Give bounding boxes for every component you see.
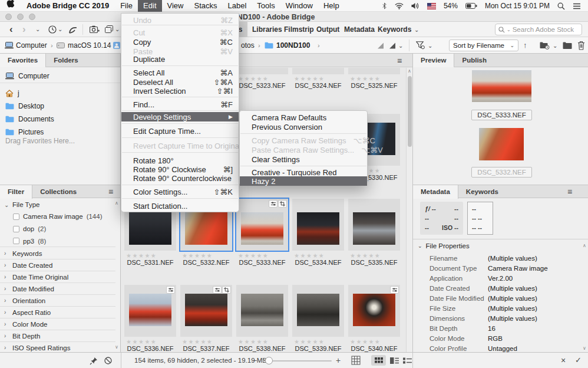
menu-item-color-settings[interactable]: Color Settings...⇧⌘K bbox=[121, 187, 239, 196]
zoom-in-button[interactable]: + bbox=[336, 356, 341, 365]
menu-item-start-dictation[interactable]: Start Dictation... bbox=[121, 201, 239, 211]
recent-chevron-icon[interactable]: ⌄ bbox=[553, 42, 557, 49]
filter-group-keywords[interactable]: ›Keywords bbox=[0, 248, 115, 259]
pin-icon[interactable] bbox=[90, 357, 98, 365]
filter-group-date-time-original[interactable]: ›Date Time Original bbox=[0, 271, 115, 283]
menubar-stacks[interactable]: Stacks bbox=[189, 0, 222, 12]
filter-funnel-icon[interactable] bbox=[416, 41, 425, 50]
preview-filename-button[interactable]: DSC_5333.NEF bbox=[471, 110, 532, 120]
input-source-flag-icon[interactable] bbox=[427, 3, 436, 9]
approve-mark-icon[interactable]: ✓ bbox=[575, 356, 582, 364]
star-rating[interactable]: ★★★★★ bbox=[292, 252, 344, 259]
star-rating[interactable]: ★★★★★ bbox=[236, 252, 288, 259]
menu-item-find[interactable]: Find...⌘F bbox=[121, 100, 239, 109]
menu-item-edit-capture-time[interactable]: Edit Capture Time... bbox=[121, 126, 239, 136]
slider-knob[interactable] bbox=[265, 357, 273, 364]
menu-item-previous-conversion[interactable]: Previous Conversion bbox=[240, 122, 367, 132]
thumbnail-cell[interactable]: ★★★★★ DSC_5338.NEF bbox=[236, 285, 288, 352]
thumbnail-cell[interactable]: ★★★★★ DSC_5334.NEF bbox=[292, 199, 344, 266]
workspace-tab-libraries[interactable]: Libraries bbox=[252, 22, 282, 37]
metadata-value[interactable]: Ver.2.00 bbox=[488, 275, 513, 285]
window-minimize-button[interactable] bbox=[17, 14, 24, 20]
volume-icon[interactable] bbox=[411, 2, 419, 9]
content-scrollbar[interactable]: ∧ bbox=[406, 68, 412, 352]
scrollbar-thumb[interactable] bbox=[408, 76, 412, 147]
battery-icon[interactable] bbox=[465, 3, 477, 9]
sort-dropdown[interactable]: Sort by Filename ⌄ bbox=[449, 40, 518, 51]
disclosure-collapsed-icon[interactable]: › bbox=[4, 344, 9, 351]
new-folder-icon[interactable] bbox=[563, 42, 572, 50]
tab-favorites[interactable]: Favorites bbox=[0, 54, 46, 67]
thumbnail-view-button[interactable] bbox=[371, 355, 386, 366]
notification-center-icon[interactable] bbox=[573, 3, 581, 9]
search-input[interactable] bbox=[513, 26, 577, 33]
menubar-tools[interactable]: Tools bbox=[252, 0, 280, 12]
spotlight-icon[interactable] bbox=[557, 2, 565, 10]
reject-icon[interactable] bbox=[104, 357, 112, 364]
workspace-chevron-icon[interactable]: ⌄ bbox=[414, 27, 419, 33]
workspace-tab-output[interactable]: Output bbox=[316, 22, 339, 37]
back-button[interactable]: ‹ bbox=[9, 22, 13, 37]
metadata-value[interactable]: (Multiple values) bbox=[488, 285, 537, 295]
crumb-sep-icon[interactable]: › bbox=[318, 42, 320, 49]
favorite-item-documents[interactable]: Documents bbox=[0, 113, 120, 126]
star-rating[interactable]: ★★★★★ bbox=[292, 339, 344, 345]
menu-item-camera-raw-defaults[interactable]: Camera Raw Defaults bbox=[240, 113, 367, 122]
metadata-scroll-up-icon[interactable]: ∧ bbox=[583, 244, 586, 248]
favorite-item-desktop[interactable]: Desktop bbox=[0, 100, 120, 113]
menubar-help[interactable]: Help bbox=[318, 0, 345, 12]
filter-group-bit-depth[interactable]: ›Bit Depth bbox=[0, 330, 115, 342]
tab-filter[interactable]: Filter bbox=[0, 185, 32, 199]
filter-group-orientation[interactable]: ›Orientation bbox=[0, 295, 115, 307]
scroll-up-icon[interactable]: ∧ bbox=[408, 69, 411, 74]
thumbnail-cell[interactable]: ★★★★★ DSC_5335.NEF bbox=[348, 199, 400, 266]
menu-item-duplicate[interactable]: Duplicate bbox=[121, 54, 239, 64]
star-rating[interactable]: ★★★★★ bbox=[348, 252, 400, 259]
thumbnail-cell[interactable]: ★★★★★ DSC_5337.NEF bbox=[180, 285, 232, 352]
bluetooth-icon[interactable] bbox=[382, 2, 387, 10]
menu-item-deselect-all[interactable]: Deselect All⇧⌘A bbox=[121, 77, 239, 87]
crumb-photos-partial[interactable]: otos bbox=[241, 41, 255, 50]
menubar-view[interactable]: View bbox=[162, 0, 189, 12]
details-view-icon[interactable] bbox=[390, 357, 399, 364]
menu-item-copy[interactable]: Copy⌘C bbox=[121, 37, 239, 47]
favorite-item-home[interactable]: j bbox=[0, 87, 120, 100]
metadata-value[interactable]: RGB bbox=[488, 335, 503, 345]
get-photos-camera-icon[interactable] bbox=[90, 25, 100, 34]
menubar-edit[interactable]: Edit bbox=[138, 0, 161, 12]
metadata-value[interactable]: (Multiple values) bbox=[488, 315, 537, 325]
workspace-tab-filmstrip[interactable]: Filmstrip bbox=[284, 22, 314, 37]
favorite-item-computer[interactable]: Computer bbox=[0, 69, 120, 83]
history-chevron-icon[interactable]: ⌄ bbox=[58, 26, 62, 32]
thumbnail-cell-selected[interactable]: ★★★★★ DSC_5333.NEF bbox=[236, 199, 288, 266]
window-titlebar[interactable]: 100ND100 - Adobe Bridge bbox=[0, 12, 588, 22]
quality-chevron-icon[interactable]: ⌄ bbox=[398, 42, 403, 49]
star-rating[interactable]: ★★★★★ bbox=[348, 339, 400, 345]
tab-collections[interactable]: Collections bbox=[32, 185, 84, 199]
thumbnail-cell[interactable]: ★★★★★ DSC_5339.NEF bbox=[292, 285, 344, 352]
filter-group-aspect-ratio[interactable]: ›Aspect Ratio bbox=[0, 307, 115, 318]
disclosure-collapsed-icon[interactable]: › bbox=[4, 274, 9, 280]
file-properties-header[interactable]: ⌄ File Properties bbox=[418, 242, 470, 249]
tab-preview[interactable]: Preview bbox=[413, 54, 454, 67]
metadata-value[interactable]: (Multiple values) bbox=[488, 295, 537, 305]
tab-publish[interactable]: Publish bbox=[454, 54, 494, 67]
disclosure-collapsed-icon[interactable]: › bbox=[4, 297, 9, 304]
disclosure-collapsed-icon[interactable]: › bbox=[4, 321, 9, 327]
disclosure-collapsed-icon[interactable]: › bbox=[4, 262, 9, 268]
window-close-button[interactable] bbox=[5, 14, 12, 20]
star-rating[interactable]: ★★★★★ bbox=[236, 339, 288, 345]
reject-mark-icon[interactable]: × bbox=[561, 356, 566, 365]
menu-item-creative-turquoise-red[interactable]: Creative - Turquoise Red bbox=[240, 167, 367, 177]
filter-group-date-modified[interactable]: ›Date Modified bbox=[0, 283, 115, 295]
thumbnail-cell[interactable]: ★★★★★ DSC_5336.NEF bbox=[124, 285, 176, 352]
star-rating[interactable]: ★★★★★ bbox=[348, 75, 400, 82]
crumb-volume[interactable]: macOS 10.14 bbox=[68, 41, 111, 50]
workspace-tab-keywords[interactable]: Keywords bbox=[378, 22, 411, 37]
menubar-clock[interactable]: Mon Oct 15 9:01 PM bbox=[485, 2, 550, 10]
menubar-app-name[interactable]: Adobe Bridge CC 2019 bbox=[21, 0, 115, 12]
filter-group-file-type[interactable]: ⌄ File Type bbox=[0, 199, 115, 211]
disclosure-expanded-icon[interactable]: ⌄ bbox=[4, 202, 9, 208]
disclosure-collapsed-icon[interactable]: › bbox=[4, 309, 9, 316]
disclosure-collapsed-icon[interactable]: › bbox=[4, 285, 9, 292]
